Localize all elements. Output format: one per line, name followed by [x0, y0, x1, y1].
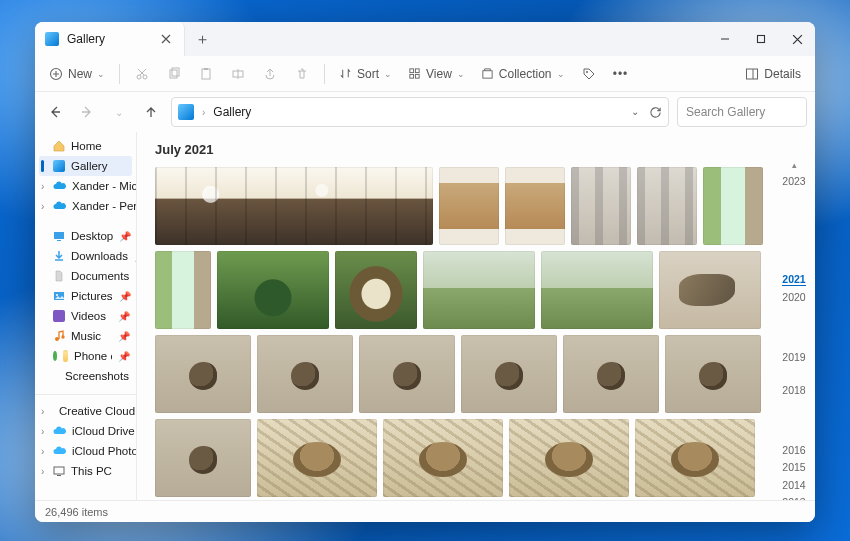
collection-icon: [481, 67, 494, 80]
svg-rect-13: [483, 71, 492, 78]
pin-icon: 📌: [118, 331, 130, 342]
sidebar-item-icloud-drive[interactable]: iCloud Drive: [35, 421, 136, 441]
photo-thumbnail[interactable]: [509, 419, 629, 497]
rename-button[interactable]: [224, 60, 252, 88]
address-bar[interactable]: › Gallery ⌄: [171, 97, 669, 127]
year-marker[interactable]: 2023: [782, 176, 805, 188]
photo-thumbnail[interactable]: [257, 419, 377, 497]
photo-thumbnail[interactable]: [257, 335, 353, 413]
year-marker[interactable]: 2014: [782, 480, 805, 492]
svg-rect-9: [410, 69, 414, 73]
forward-button[interactable]: [75, 100, 99, 124]
back-button[interactable]: [43, 100, 67, 124]
sidebar-item-onedrive-personal[interactable]: Xander - Personal: [35, 196, 136, 216]
sidebar-label: iCloud Photos: [72, 445, 137, 457]
desktop-icon: [53, 230, 65, 242]
chevron-up-icon[interactable]: ▴: [792, 160, 797, 170]
year-marker[interactable]: 2020: [782, 292, 805, 304]
photo-thumbnail[interactable]: [335, 251, 417, 329]
gallery-icon: [53, 160, 65, 172]
address-dropdown-button[interactable]: ⌄: [631, 106, 639, 119]
filter-button[interactable]: [575, 60, 603, 88]
year-marker-selected[interactable]: 2021: [782, 274, 805, 287]
photo-thumbnail[interactable]: [637, 167, 697, 245]
tab-gallery[interactable]: Gallery: [35, 22, 185, 56]
delete-button[interactable]: [288, 60, 316, 88]
sidebar-label: This PC: [71, 465, 112, 477]
sort-button[interactable]: Sort ⌄: [333, 60, 398, 88]
photo-thumbnail[interactable]: [155, 167, 433, 245]
photo-thumbnail[interactable]: [155, 251, 211, 329]
photo-thumbnail[interactable]: [383, 419, 503, 497]
photo-thumbnail[interactable]: [665, 335, 761, 413]
svg-rect-15: [747, 69, 758, 79]
sidebar-label: Xander - Personal: [72, 200, 137, 212]
tag-icon: [582, 67, 596, 81]
share-button[interactable]: [256, 60, 284, 88]
tab-close-button[interactable]: [158, 31, 174, 47]
sidebar-item-onedrive-ms[interactable]: Xander - Microsoft: [35, 176, 136, 196]
sidebar-item-desktop[interactable]: Desktop 📌: [35, 226, 136, 246]
sort-icon: [339, 67, 352, 80]
more-button[interactable]: •••: [607, 60, 635, 88]
year-marker[interactable]: 2015: [782, 462, 805, 474]
new-button[interactable]: New ⌄: [43, 60, 111, 88]
photo-thumbnail[interactable]: [439, 167, 499, 245]
sidebar-item-ccf[interactable]: Creative Cloud Files: [35, 401, 136, 421]
toolbar: New ⌄ Sort ⌄ View ⌄: [35, 56, 815, 92]
up-button[interactable]: [139, 100, 163, 124]
year-marker[interactable]: 2019: [782, 352, 805, 364]
recent-button[interactable]: ⌄: [107, 100, 131, 124]
photo-thumbnail[interactable]: [571, 167, 631, 245]
photo-thumbnail[interactable]: [217, 251, 329, 329]
sync-icon: [53, 351, 57, 361]
icloud-icon: [53, 446, 66, 456]
photo-thumbnail[interactable]: [155, 419, 251, 497]
sidebar-item-music[interactable]: Music 📌: [35, 326, 136, 346]
photo-thumbnail[interactable]: [461, 335, 557, 413]
sidebar-item-icloud-photos[interactable]: iCloud Photos: [35, 441, 136, 461]
minimize-button[interactable]: [707, 22, 743, 56]
year-marker[interactable]: 2016: [782, 445, 805, 457]
copy-button[interactable]: [160, 60, 188, 88]
sidebar-item-this-pc[interactable]: This PC: [35, 461, 136, 481]
photo-thumbnail[interactable]: [703, 167, 763, 245]
cut-button[interactable]: [128, 60, 156, 88]
arrow-right-icon: [80, 105, 94, 119]
collection-button[interactable]: Collection ⌄: [475, 60, 571, 88]
sidebar-item-videos[interactable]: Videos 📌: [35, 306, 136, 326]
view-button[interactable]: View ⌄: [402, 60, 471, 88]
timeline-scrollbar[interactable]: ▴ 2023 2021 2020 2019 2018 2016 2015 201…: [779, 160, 809, 492]
refresh-button[interactable]: [649, 106, 662, 119]
new-tab-button[interactable]: ＋: [185, 22, 219, 56]
search-input[interactable]: Search Gallery: [677, 97, 807, 127]
photo-thumbnail[interactable]: [505, 167, 565, 245]
maximize-button[interactable]: [743, 22, 779, 56]
details-pane-button[interactable]: Details: [739, 60, 807, 88]
svg-rect-11: [410, 74, 414, 78]
chevron-down-icon: ⌄: [97, 69, 105, 79]
sidebar-item-screenshots[interactable]: Screenshots 📌: [35, 366, 136, 386]
sidebar-item-phone-camera[interactable]: Phone camera roll 📌: [35, 346, 136, 366]
year-marker[interactable]: 2018: [782, 385, 805, 397]
close-window-button[interactable]: [779, 22, 815, 56]
photo-thumbnail[interactable]: [635, 419, 755, 497]
photo-thumbnail[interactable]: [423, 251, 535, 329]
photo-thumbnail[interactable]: [541, 251, 653, 329]
photo-thumbnail[interactable]: [563, 335, 659, 413]
sidebar-item-downloads[interactable]: Downloads 📌: [35, 246, 136, 266]
pictures-icon: [53, 290, 65, 302]
group-header[interactable]: July 2021: [155, 142, 801, 157]
breadcrumb-location[interactable]: Gallery: [213, 105, 251, 119]
sidebar-label: Pictures: [71, 290, 113, 302]
sidebar-item-documents[interactable]: Documents 📌: [35, 266, 136, 286]
sidebar-item-gallery[interactable]: Gallery: [39, 156, 132, 176]
pin-icon: 📌: [118, 351, 130, 362]
paste-button[interactable]: [192, 60, 220, 88]
year-marker[interactable]: 2013: [782, 497, 805, 500]
photo-thumbnail[interactable]: [659, 251, 761, 329]
sidebar-item-home[interactable]: Home: [35, 136, 136, 156]
sidebar-item-pictures[interactable]: Pictures 📌: [35, 286, 136, 306]
photo-thumbnail[interactable]: [359, 335, 455, 413]
photo-thumbnail[interactable]: [155, 335, 251, 413]
